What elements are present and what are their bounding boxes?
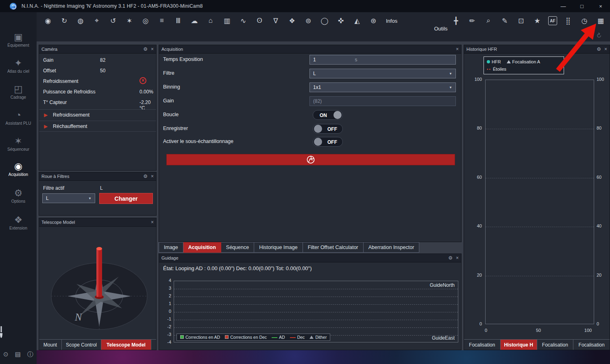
panel-close-icon[interactable]: × — [151, 47, 154, 52]
filter-wheel-icon[interactable]: ◍ — [75, 15, 86, 26]
desktop-wallpaper — [37, 350, 610, 364]
guide-north-label: GuideNorth — [430, 282, 455, 288]
sequencer-icon: ✶ — [0, 136, 37, 146]
change-filter-button[interactable]: Changer — [99, 193, 153, 204]
panel-settings-icon[interactable]: ⚙ — [143, 174, 148, 179]
tab-acquisition[interactable]: Acquisition — [183, 242, 221, 253]
tab-historique-image[interactable]: Historique Image — [254, 242, 303, 253]
exposure-value-field[interactable] — [313, 57, 438, 63]
weather-icon[interactable]: ☁ — [189, 15, 200, 26]
power-icon — [0, 329, 2, 338]
titlebar: N.I.N.A. - Nighttime Imaging 'N' Astrono… — [0, 0, 610, 12]
tab-focalisation-3[interactable]: Focalisation — [573, 340, 610, 350]
sidebar-item-sequenceur[interactable]: ✶ Séquenceur — [0, 136, 37, 152]
tab-filter-offset-calculator[interactable]: Filter Offset Calculator — [303, 242, 364, 253]
binning-dropdown[interactable]: 1x1 ▼ — [309, 82, 456, 92]
save-toggle[interactable]: OFF — [313, 124, 343, 134]
zoom-icon[interactable]: ⌕ — [483, 15, 494, 26]
tab-aberration-inspector[interactable]: Aberration Inspector — [364, 242, 420, 253]
book-icon[interactable]: ▤ — [15, 351, 21, 358]
panel-settings-icon[interactable]: ⚙ — [597, 47, 601, 52]
sidebar-item-assistant-plu[interactable]: ◔ Assistant PLU — [0, 110, 37, 126]
minimize-button[interactable]: — — [554, 0, 573, 12]
camera-icon[interactable]: ◉ — [43, 15, 53, 26]
guidage-panel-title: Guidage — [161, 256, 445, 260]
dome-icon[interactable]: ⌂ — [205, 15, 216, 26]
screen-grid-icon[interactable]: ▦ — [595, 15, 606, 26]
info-wheel-icon[interactable]: ⊛ — [368, 15, 379, 26]
tab-mount[interactable]: Mount — [39, 340, 62, 350]
tab-sequence[interactable]: Séquence — [221, 242, 254, 253]
camera-row-offset: Offset 50 — [39, 66, 156, 76]
tab-scope-control[interactable]: Scope Control — [62, 340, 101, 350]
guidage-panel: Guidage ⚙ × État: Looping AD : 0.00 (0.0… — [159, 254, 462, 350]
power-button[interactable] — [0, 330, 37, 337]
sidebar-item-acquisition[interactable]: ◉ Acquisition — [0, 161, 37, 177]
exposure-unit: s — [355, 57, 357, 63]
maximize-button[interactable]: □ — [573, 0, 591, 12]
close-button[interactable]: × — [591, 0, 610, 12]
subsample-toggle[interactable]: OFF — [313, 137, 343, 147]
sidebar-item-equipement[interactable]: ▣ Équipement — [0, 32, 37, 48]
infos-label: Infos — [386, 18, 397, 24]
info-icon[interactable]: ⓘ — [27, 351, 33, 358]
layout-panels-icon[interactable]: ╋ — [451, 15, 461, 26]
panel-close-icon[interactable]: × — [604, 47, 607, 52]
warming-expander[interactable]: ▶ Réchauffement — [39, 121, 156, 132]
ellipse-icon[interactable]: ◯ — [319, 15, 330, 26]
polar-alignment-icon[interactable]: ✶ — [124, 15, 135, 26]
legend-square-green — [180, 335, 184, 339]
pixel-grid-icon[interactable]: ⣿ — [563, 15, 573, 26]
tab-image[interactable]: Image — [159, 242, 183, 253]
pen-icon[interactable]: ✎ — [499, 15, 510, 26]
sync-icon[interactable]: ↺ — [108, 15, 118, 26]
rotator-icon[interactable]: ↻ — [59, 15, 70, 26]
autofocus-icon[interactable]: AF — [548, 16, 557, 25]
panel-settings-icon[interactable]: ⚙ — [143, 47, 148, 52]
history-icon[interactable]: ◷ — [579, 15, 590, 26]
focuser-icon[interactable]: ⊚ — [303, 15, 314, 26]
guider-icon[interactable]: ∿ — [238, 15, 248, 26]
eye-icon[interactable]: ⊙ — [3, 351, 9, 358]
filter-dropdown[interactable]: L ▼ — [309, 69, 456, 78]
switch-icon[interactable]: Ⅲ — [173, 15, 183, 26]
gear-icon: ⚙ — [0, 188, 37, 198]
svg-text:N: N — [74, 311, 83, 323]
loop-toggle[interactable]: ON — [313, 110, 343, 120]
panel-settings-icon[interactable]: ⚙ — [448, 256, 453, 260]
safety-monitor-icon[interactable]: ∇ — [270, 15, 281, 26]
plate-solve-icon[interactable]: ⌖ — [92, 15, 102, 26]
sidebar-item-options[interactable]: ⚙ Options — [0, 188, 37, 204]
statistics-icon[interactable]: ▥ — [222, 15, 232, 26]
image-frame-icon[interactable]: ◭ — [352, 15, 362, 26]
panel-close-icon[interactable]: × — [151, 220, 154, 225]
cooling-expander[interactable]: ▶ Refroidissement — [39, 109, 156, 120]
panel-close-icon[interactable]: × — [456, 256, 459, 260]
crosshair-icon[interactable]: ⊡ — [516, 15, 526, 26]
start-capture-button[interactable] — [166, 154, 455, 165]
sidebar-item-atlas-du-ciel[interactable]: ✦ Atlas du ciel — [0, 58, 37, 74]
legend-line-green — [272, 337, 277, 338]
polar-assistant-icon: ◔ — [0, 110, 37, 120]
flat-panel-icon[interactable]: ʘ — [254, 15, 265, 26]
tab-telescope-model[interactable]: Telescope Model — [101, 340, 151, 350]
sequence-icon[interactable]: ≡ — [157, 15, 167, 26]
sidebar-item-cadrage[interactable]: ◰ Cadrage — [0, 84, 37, 100]
panel-close-icon[interactable]: × — [151, 174, 154, 179]
filter-select[interactable]: L ▼ — [42, 193, 95, 203]
target-icon[interactable]: ◎ — [140, 15, 151, 26]
exposure-input[interactable]: s — [309, 55, 456, 65]
tab-historique-hfr[interactable]: Historique H — [501, 340, 537, 350]
plugin2-icon[interactable]: ✜ — [336, 15, 346, 26]
star-icon[interactable]: ★ — [532, 15, 542, 26]
gain-input[interactable] — [309, 96, 456, 106]
tab-focalisation-1[interactable]: Focalisation — [464, 340, 501, 350]
annotate-icon[interactable]: ✏ — [467, 15, 477, 26]
tab-focalisation-2[interactable]: Focalisation — [537, 340, 574, 350]
sidebar-item-extension[interactable]: ❖ Extension — [0, 214, 37, 230]
telescope-3d-view[interactable]: N — [39, 227, 156, 339]
plugin-icon[interactable]: ❖ — [287, 15, 297, 26]
puzzle-icon: ❖ — [0, 214, 37, 225]
panel-close-icon[interactable]: × — [456, 47, 459, 52]
nina-app-window: N.I.N.A. - Nighttime Imaging 'N' Astrono… — [0, 0, 610, 364]
